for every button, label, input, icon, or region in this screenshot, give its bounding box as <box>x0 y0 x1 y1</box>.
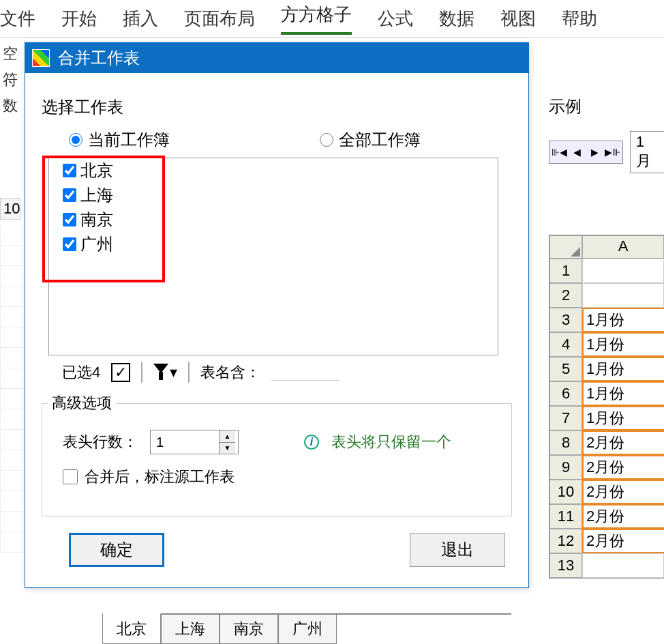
dropdown-caret-icon: ▾ <box>170 364 177 381</box>
row-number[interactable]: 1 <box>549 259 582 283</box>
row-number[interactable]: 10 <box>549 480 582 504</box>
mark-source-input[interactable] <box>63 469 78 484</box>
cancel-button[interactable]: 退出 <box>410 533 505 567</box>
sheet-name-label: 上海 <box>80 184 113 206</box>
sheet-name-label: 北京 <box>80 160 113 181</box>
grid-row: 61月份 <box>549 381 664 406</box>
dialog-titlebar[interactable]: 合并工作表 <box>25 43 528 73</box>
dialog-title: 合并工作表 <box>58 47 140 69</box>
row-number[interactable]: 2 <box>549 283 582 308</box>
grid-cell[interactable]: 2月份 <box>582 504 664 529</box>
name-contains-input[interactable] <box>271 364 339 381</box>
info-icon: i <box>304 435 319 450</box>
grid-cell[interactable]: 1月份 <box>582 406 664 430</box>
grid-row: 31月份 <box>549 308 664 332</box>
check-all-button[interactable]: ✓ <box>111 363 130 382</box>
dialog-button-row: 确定 退出 <box>42 533 512 567</box>
row-number[interactable]: 3 <box>549 308 582 332</box>
row-number[interactable]: 6 <box>549 381 582 406</box>
grid-cell[interactable]: 1月份 <box>582 357 664 381</box>
row-number[interactable]: 11 <box>549 504 582 529</box>
grid-cell[interactable] <box>582 553 664 578</box>
grid-cell[interactable] <box>582 283 664 308</box>
sheet-checkbox[interactable] <box>63 188 76 202</box>
ok-button[interactable]: 确定 <box>69 533 164 567</box>
bg-mini-grid <box>0 225 27 553</box>
grid-cell[interactable]: 2月份 <box>582 480 664 504</box>
grid-cell[interactable]: 2月份 <box>582 529 664 553</box>
mark-source-checkbox[interactable]: 合并后，标注源工作表 <box>63 467 235 487</box>
app-icon <box>32 49 50 67</box>
grid-row: 122月份 <box>549 529 664 553</box>
filter-button[interactable]: ▾ <box>153 364 177 381</box>
sheet-tab-2[interactable]: 南京 <box>220 615 278 644</box>
sheet-checkbox[interactable] <box>63 164 76 177</box>
ribbon: 文件开始插入页面布局方方格子公式数据视图帮助 <box>0 0 664 38</box>
sheet-nav-box[interactable]: ⊪◀◀▶▶⊪ <box>549 141 623 164</box>
nav-button-0[interactable]: ⊪◀ <box>551 143 567 161</box>
header-hint-text: 表头将只保留一个 <box>331 432 451 452</box>
ribbon-tab-8[interactable]: 帮助 <box>562 7 597 31</box>
nav-button-2[interactable]: ▶ <box>586 143 603 161</box>
name-contains-label: 表名含： <box>200 362 260 383</box>
nav-button-1[interactable]: ◀ <box>569 143 585 161</box>
grid-cell[interactable]: 1月份 <box>582 381 664 406</box>
grid-row: 51月份 <box>549 357 664 381</box>
ribbon-tab-0[interactable]: 文件 <box>0 7 35 31</box>
grid-cell[interactable]: 2月份 <box>582 430 664 455</box>
sheet-tab-3[interactable]: 广州 <box>278 615 337 644</box>
grid-cell[interactable]: 1月份 <box>582 308 664 332</box>
header-rows-spinner[interactable]: ▲ ▼ <box>150 430 239 454</box>
ribbon-tab-4[interactable]: 方方格子 <box>281 3 352 35</box>
radio-all-input[interactable] <box>320 133 333 147</box>
grid-cell[interactable]: 2月份 <box>582 455 664 480</box>
sheet-item-1[interactable]: 上海 <box>49 183 498 207</box>
sheet-item-2[interactable]: 南京 <box>49 207 498 232</box>
row-number[interactable]: 9 <box>549 455 582 480</box>
ribbon-tab-1[interactable]: 开始 <box>61 7 97 31</box>
nav-button-3[interactable]: ▶⊪ <box>604 143 620 161</box>
ribbon-tab-6[interactable]: 数据 <box>439 7 474 31</box>
grid-row: 13 <box>549 553 664 578</box>
sheet-item-0[interactable]: 北京 <box>49 158 498 183</box>
mark-source-label: 合并后，标注源工作表 <box>85 467 235 487</box>
row-number[interactable]: 8 <box>549 430 582 455</box>
sheet-listbox[interactable]: 北京上海南京广州 <box>48 158 498 355</box>
ribbon-tab-2[interactable]: 插入 <box>123 7 158 31</box>
sheet-name-label: 广州 <box>80 233 113 255</box>
row-number[interactable]: 12 <box>549 529 582 553</box>
grid-row: 112月份 <box>549 504 664 529</box>
sheet-checkbox[interactable] <box>63 213 76 226</box>
grid-row: 102月份 <box>549 480 664 504</box>
sheet-tab-1[interactable]: 上海 <box>161 615 220 644</box>
toolbar-divider <box>141 362 142 383</box>
radio-all-workbooks[interactable]: 全部工作簿 <box>320 129 421 151</box>
spinner-up-button[interactable]: ▲ <box>220 430 235 443</box>
grid-cell[interactable]: 1月份 <box>582 332 664 357</box>
header-rows-input[interactable] <box>151 430 219 454</box>
advanced-options-group: 高级选项 表头行数： ▲ ▼ i 表头将只保留一个 合并后，标注源工作表 <box>42 403 512 516</box>
sheet-tab-0[interactable]: 北京 <box>102 613 161 644</box>
grid-row: 1 <box>549 259 664 283</box>
grid-row: 41月份 <box>549 332 664 357</box>
spinner-down-button[interactable]: ▼ <box>220 443 235 454</box>
select-all-corner[interactable] <box>549 235 582 259</box>
row-number[interactable]: 13 <box>549 553 582 578</box>
sheet-checkbox[interactable] <box>63 237 76 251</box>
bg-row-marker: 10 <box>0 198 20 220</box>
ribbon-tab-7[interactable]: 视图 <box>500 7 536 31</box>
selected-count-label: 已选4 <box>62 362 100 383</box>
radio-current-input[interactable] <box>69 133 82 147</box>
row-number[interactable]: 4 <box>549 332 582 357</box>
radio-current-workbook[interactable]: 当前工作簿 <box>69 129 170 151</box>
grid-cell[interactable] <box>582 259 664 283</box>
example-sheet-tab[interactable]: 1月 <box>630 131 664 173</box>
radio-current-label: 当前工作簿 <box>88 129 170 151</box>
sheet-item-3[interactable]: 广州 <box>49 232 498 257</box>
ribbon-tab-3[interactable]: 页面布局 <box>184 7 255 31</box>
ribbon-tab-5[interactable]: 公式 <box>378 7 413 31</box>
column-header-a[interactable]: A <box>582 235 664 259</box>
row-number[interactable]: 7 <box>549 406 582 430</box>
merge-sheets-dialog: 合并工作表 选择工作表 当前工作簿 全部工作簿 北京上海南京广州 已选4 ✓ ▾ <box>25 42 529 588</box>
row-number[interactable]: 5 <box>549 357 582 381</box>
